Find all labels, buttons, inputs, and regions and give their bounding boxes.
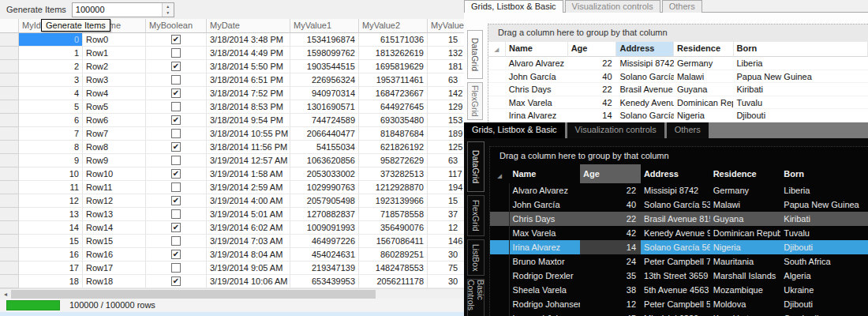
- cell-myvalue1[interactable]: 1301690571: [290, 100, 359, 114]
- table-row[interactable]: John García40Solano García 5334MalawiPap…: [488, 70, 868, 84]
- cell-myvalue1[interactable]: 1009091993: [290, 221, 359, 235]
- cell-age[interactable]: 14: [580, 240, 641, 254]
- cell-born[interactable]: Tuvalu: [780, 226, 868, 240]
- table-row[interactable]: Max Varela42Kenedy Avenue 9852Dominican …: [488, 96, 868, 110]
- horizontal-scrollbar[interactable]: ◂: [0, 288, 464, 299]
- myboolean-checkbox[interactable]: ✔: [171, 35, 181, 44]
- row-header-cell[interactable]: [488, 83, 506, 96]
- table-row[interactable]: 16Row16✔3/19/2014 8:04 AM454024631860289…: [0, 248, 473, 261]
- column-header-age[interactable]: Age: [568, 42, 617, 57]
- table-row[interactable]: Bruno Maxtor24Peter Campbell 7490Maurita…: [490, 254, 868, 269]
- cell-name[interactable]: Irina Alvarez: [506, 109, 568, 122]
- row-header-cell[interactable]: [490, 311, 510, 316]
- row-header-cell[interactable]: [0, 127, 19, 141]
- cell-mydate[interactable]: 3/19/2014 6:02 AM: [207, 221, 290, 235]
- cell-name[interactable]: Irina Alvarez: [510, 240, 581, 254]
- cell-name[interactable]: Chris Days: [510, 212, 581, 226]
- table-row[interactable]: 15Row153/19/2014 7:03 AM4649972261567086…: [0, 235, 473, 248]
- cell-myname[interactable]: Row7: [83, 127, 146, 141]
- cell-address[interactable]: Solano García 5334: [617, 70, 674, 84]
- tab-others[interactable]: Others: [667, 122, 709, 138]
- tab-others[interactable]: Others: [662, 0, 702, 13]
- myboolean-checkbox[interactable]: [171, 129, 181, 138]
- cell-myvalue2[interactable]: 958272629: [359, 154, 428, 167]
- cell-myname[interactable]: Row16: [83, 248, 146, 261]
- cell-mydate[interactable]: 3/19/2014 4:00 AM: [207, 194, 290, 208]
- row-header-cell[interactable]: [0, 114, 19, 127]
- cell-myvalue1[interactable]: 1598099762: [290, 47, 359, 60]
- table-row[interactable]: Alvaro Alvarez22Missisipi 8742GermanyLib…: [488, 57, 868, 70]
- cell-myvalue1[interactable]: 1063620856: [290, 154, 359, 167]
- table-row[interactable]: 1Row13/18/2014 4:49 PM159809976218132626…: [0, 47, 473, 60]
- myboolean-checkbox[interactable]: ✔: [171, 142, 181, 152]
- row-header-cell[interactable]: [0, 141, 19, 154]
- cell-myname[interactable]: Row8: [83, 141, 146, 154]
- column-header-born[interactable]: Born: [780, 164, 868, 183]
- cell-myvalue2[interactable]: 644927645: [359, 100, 428, 114]
- cell-address[interactable]: Brasil Avenue 8155: [617, 83, 674, 96]
- cell-residence[interactable]: Guyana: [710, 212, 781, 226]
- cell-myname[interactable]: Row1: [83, 47, 146, 60]
- row-header-cell[interactable]: [0, 221, 19, 235]
- cell-residence[interactable]: Nigeria: [674, 109, 733, 122]
- cell-name[interactable]: Leonard Johnson: [510, 311, 581, 316]
- cell-name[interactable]: Alvaro Alvarez: [510, 183, 581, 198]
- side-tab-flexgrid[interactable]: FlexGrid: [467, 195, 485, 236]
- cell-address[interactable]: Peter Campbell 5630: [641, 297, 710, 311]
- cell-myid[interactable]: 5: [19, 100, 83, 114]
- myboolean-checkbox[interactable]: ✔: [171, 62, 181, 71]
- generate-items-value[interactable]: 100000: [73, 3, 162, 17]
- tab-visualization-controls[interactable]: Visualization controls: [567, 122, 664, 138]
- cell-myid[interactable]: 0: [19, 33, 83, 47]
- row-header-cell[interactable]: [0, 167, 19, 181]
- cell-address[interactable]: Solano García 5682: [617, 109, 674, 122]
- cell-address[interactable]: Peter Campbell 7490: [641, 254, 710, 269]
- row-header-cell[interactable]: [490, 269, 510, 283]
- row-header-cell[interactable]: [0, 33, 19, 47]
- cell-myname[interactable]: Row6: [83, 114, 146, 127]
- cell-residence[interactable]: Dominican Republic: [710, 226, 781, 240]
- cell-myname[interactable]: Row10: [83, 167, 146, 181]
- cell-myname[interactable]: Row12: [83, 194, 146, 208]
- cell-myid[interactable]: 14: [19, 221, 83, 235]
- cell-myvalue2[interactable]: 1813262619: [359, 47, 428, 60]
- row-header-cell[interactable]: [488, 109, 506, 122]
- cell-mydate[interactable]: 3/18/2014 7:52 PM: [207, 87, 290, 100]
- row-header-cell[interactable]: [0, 154, 19, 167]
- cell-myname[interactable]: Row14: [83, 221, 146, 235]
- cell-residence[interactable]: Marshall Islands: [710, 269, 781, 283]
- row-header-cell[interactable]: [490, 226, 510, 240]
- cell-age[interactable]: 35: [580, 269, 641, 283]
- cell-myid[interactable]: 10: [19, 167, 83, 181]
- cell-myvalue2[interactable]: 2056211178: [359, 275, 428, 288]
- row-header-cell[interactable]: [0, 275, 19, 288]
- cell-myvalue2[interactable]: 356490076: [359, 221, 428, 235]
- table-row[interactable]: 0Row0✔3/18/2014 3:48 PM15341968746151710…: [0, 33, 473, 47]
- cell-age[interactable]: 22: [567, 57, 616, 70]
- myboolean-checkbox[interactable]: ✔: [171, 250, 181, 259]
- cell-born[interactable]: Papua New Guinea: [780, 198, 868, 212]
- table-row[interactable]: 12Row12✔3/19/2014 4:00 AM205790549819231…: [0, 194, 473, 208]
- table-row[interactable]: 8Row8✔3/18/2014 11:56 PM5415503462182619…: [0, 141, 473, 154]
- row-header-cell[interactable]: [490, 183, 510, 198]
- table-row[interactable]: Chris Days22Brasil Avenue 8155GuyanaKiri…: [488, 83, 868, 96]
- table-row[interactable]: 10Row10✔3/19/2014 1:58 AM205303300237328…: [0, 167, 473, 181]
- cell-myname[interactable]: Row4: [83, 87, 146, 100]
- cell-residence[interactable]: Nigeria: [710, 240, 781, 254]
- cell-born[interactable]: Kiribati: [733, 83, 868, 96]
- myboolean-checkbox[interactable]: ✔: [171, 169, 181, 179]
- cell-myvalue1[interactable]: 1903544515: [290, 60, 359, 73]
- column-header-mydate[interactable]: MyDate: [207, 19, 290, 33]
- cell-born[interactable]: Tuvalu: [733, 96, 868, 110]
- table-row[interactable]: Rodrigo Drexler3513th Street 3659Marshal…: [490, 269, 868, 283]
- cell-address[interactable]: Solano García 5682: [641, 240, 710, 254]
- table-row[interactable]: Leonard Johnson45Missisipi 6826Kazakhsta…: [490, 311, 868, 316]
- cell-myname[interactable]: Row3: [83, 73, 146, 87]
- cell-name[interactable]: Alvaro Alvarez: [506, 57, 568, 70]
- cell-mydate[interactable]: 3/19/2014 1:58 AM: [207, 167, 290, 181]
- cell-myvalue2[interactable]: 1923139966: [359, 194, 428, 208]
- cell-myvalue1[interactable]: 653439953: [290, 275, 359, 288]
- column-header-address[interactable]: Address: [641, 164, 710, 183]
- cell-age[interactable]: 22: [580, 212, 641, 226]
- myboolean-checkbox[interactable]: [171, 156, 181, 165]
